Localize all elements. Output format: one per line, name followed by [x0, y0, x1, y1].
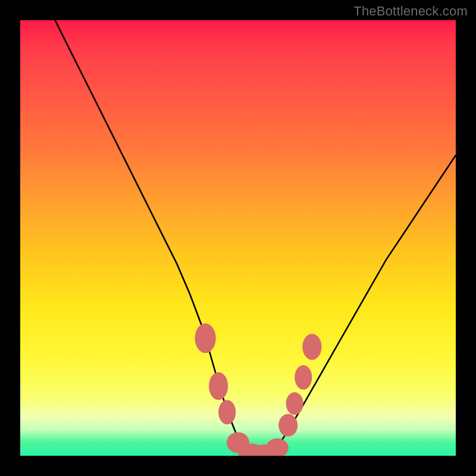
bottleneck-curve [55, 20, 456, 456]
chart-svg [20, 20, 456, 456]
curve-marker [218, 400, 236, 424]
plot-area [20, 20, 456, 456]
chart-frame: TheBottleneck.com [0, 0, 476, 476]
watermark-text: TheBottleneck.com [353, 4, 468, 19]
curve-marker [302, 334, 321, 360]
curve-marker [209, 372, 228, 400]
curve-marker [295, 365, 312, 390]
curve-marker [286, 392, 303, 415]
curve-marker [195, 324, 216, 353]
curve-marker [278, 414, 298, 437]
curve-markers [195, 324, 322, 456]
curve-marker [266, 439, 289, 456]
